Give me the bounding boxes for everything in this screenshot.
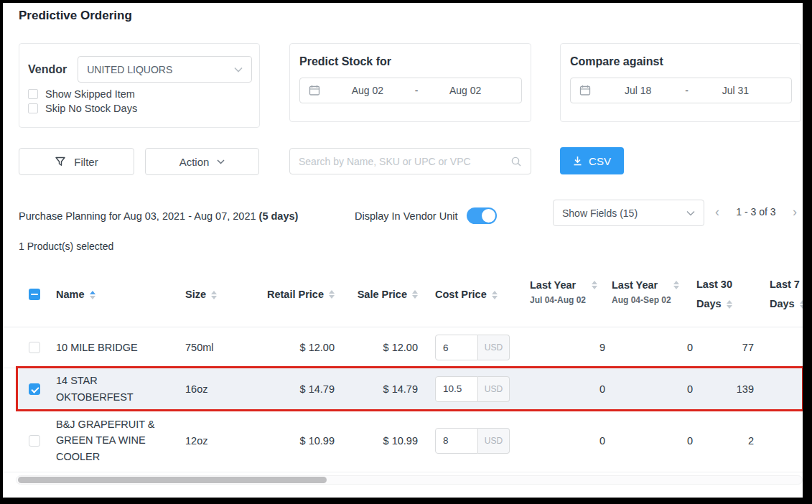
- cost-price-input[interactable]: [435, 428, 478, 454]
- product-size: 16oz: [182, 383, 261, 395]
- last-year-1-value: 0: [524, 435, 609, 447]
- compare-start-date[interactable]: Jul 18: [591, 85, 685, 96]
- sale-price-value: $ 12.00: [335, 342, 418, 353]
- chevron-down-icon: [686, 210, 695, 216]
- name-column-header[interactable]: Name: [50, 289, 182, 300]
- predict-end-date[interactable]: Aug 02: [418, 85, 513, 96]
- last-year-1-column-header[interactable]: Last Year Jul 04-Aug 02: [524, 279, 609, 309]
- predict-stock-title: Predict Stock for: [290, 44, 531, 68]
- vendor-select[interactable]: UNITED LIQUORS: [78, 56, 252, 83]
- pagination-next-button[interactable]: ›: [793, 206, 797, 218]
- last-year-2-value: 0: [609, 383, 696, 395]
- row-checkbox[interactable]: [29, 435, 40, 447]
- product-name: 14 STAR OKTOBERFEST: [56, 373, 165, 405]
- currency-addon: USD: [478, 335, 510, 360]
- size-column-header[interactable]: Size: [182, 289, 261, 300]
- pagination-prev-button[interactable]: ‹: [715, 206, 719, 218]
- filter-button[interactable]: Filter: [19, 148, 134, 175]
- display-in-vendor-unit-label: Display In Vendor Unit: [355, 210, 457, 222]
- header-checkbox-cell: [19, 289, 50, 300]
- sort-icon[interactable]: [592, 281, 597, 289]
- last-30-days-value: 2: [696, 435, 757, 447]
- show-skipped-item-option[interactable]: Show Skipped Item: [19, 88, 259, 100]
- sort-icon[interactable]: [727, 300, 732, 309]
- vendor-select-value: UNITED LIQUORS: [87, 64, 172, 75]
- cost-price-input[interactable]: [435, 335, 478, 360]
- row-checkbox[interactable]: [29, 342, 40, 353]
- table-header-row: Name Size Retail Price Sale Price Cost P…: [3, 261, 803, 327]
- sale-price-value: $ 14.79: [335, 383, 418, 395]
- cost-price-input-group: USD: [435, 376, 524, 402]
- sort-icon[interactable]: [90, 291, 95, 299]
- select-all-checkbox[interactable]: [29, 289, 40, 300]
- vendor-label: Vendor: [28, 63, 67, 76]
- action-button[interactable]: Action: [145, 148, 259, 175]
- predict-stock-panel: Predict Stock for Aug 02 - Aug 02: [289, 43, 531, 122]
- last-7-days-value: -: [757, 383, 803, 395]
- search-input[interactable]: [299, 156, 510, 167]
- sort-icon[interactable]: [492, 291, 498, 299]
- chevron-down-icon: [234, 67, 243, 73]
- sort-icon[interactable]: [673, 281, 679, 289]
- highlighted-row-frame: 14 STAR OKTOBERFEST 16oz $ 14.79 $ 14.79…: [16, 366, 803, 411]
- predictive-ordering-page: Predictive Ordering Vendor UNITED LIQUOR…: [3, 3, 803, 498]
- retail-price-value: $ 10.99: [261, 435, 335, 447]
- predict-start-date[interactable]: Aug 02: [320, 85, 415, 96]
- sort-icon[interactable]: [329, 290, 335, 299]
- cost-price-input-group: USD: [435, 428, 524, 454]
- last-30-days-value: 139: [696, 383, 757, 395]
- last-30-days-value: 77: [696, 342, 757, 353]
- compare-date-range[interactable]: Jul 18 - Jul 31: [570, 78, 792, 103]
- last-year-1-value: 9: [524, 342, 609, 353]
- currency-addon: USD: [478, 428, 510, 454]
- last-year-1-value: 0: [524, 383, 609, 395]
- last-year-2-value: 0: [609, 342, 696, 353]
- last-year-2-value: 0: [609, 435, 696, 447]
- product-name: B&J GRAPEFRUIT & GREEN TEA WINE COOLER: [56, 416, 165, 465]
- skip-no-stock-days-checkbox[interactable]: [28, 103, 38, 113]
- last-year-2-column-header[interactable]: Last Year Aug 04-Sep 02: [609, 279, 696, 309]
- product-size: 750ml: [182, 342, 261, 353]
- sort-icon[interactable]: [800, 300, 803, 309]
- vendor-panel: Vendor UNITED LIQUORS Show Skipped Item …: [19, 43, 260, 128]
- compare-against-panel: Compare against Jul 18 - Jul 31: [560, 43, 801, 122]
- last-7-days-column-header[interactable]: Last 7 Days: [757, 275, 803, 314]
- pagination-range: 1 - 3 of 3: [736, 206, 775, 218]
- calendar-icon: [309, 85, 320, 96]
- cost-price-column-header[interactable]: Cost Price: [418, 289, 524, 300]
- filter-button-label: Filter: [74, 156, 98, 168]
- product-size: 12oz: [182, 435, 261, 447]
- csv-button-label: CSV: [589, 155, 611, 167]
- sale-price-column-header[interactable]: Sale Price: [335, 289, 418, 300]
- show-fields-label: Show Fields (15): [562, 207, 638, 219]
- retail-price-value: $ 12.00: [261, 342, 335, 353]
- toggle-knob: [482, 209, 495, 223]
- purchase-planning-text: Purchase Planning for Aug 03, 2021 - Aug…: [19, 210, 298, 222]
- retail-price-value: $ 14.79: [261, 383, 335, 395]
- product-name: 10 MILE BRIDGE: [56, 340, 165, 355]
- calendar-icon: [579, 85, 591, 96]
- horizontal-scrollbar-track[interactable]: [16, 475, 803, 485]
- retail-price-column-header[interactable]: Retail Price: [261, 289, 335, 300]
- csv-export-button[interactable]: CSV: [560, 147, 624, 174]
- horizontal-scrollbar-thumb[interactable]: [18, 477, 327, 483]
- cost-price-input[interactable]: [435, 376, 478, 402]
- show-fields-dropdown[interactable]: Show Fields (15): [553, 200, 704, 226]
- vendor-unit-toggle[interactable]: [467, 207, 497, 224]
- search-icon[interactable]: [510, 156, 522, 167]
- table-row: 10 MILE BRIDGE 750ml $ 12.00 $ 12.00 USD…: [3, 327, 803, 368]
- show-skipped-item-checkbox[interactable]: [28, 89, 38, 99]
- predict-date-range[interactable]: Aug 02 - Aug 02: [299, 78, 522, 103]
- sort-icon[interactable]: [211, 291, 217, 299]
- skip-no-stock-days-option[interactable]: Skip No Stock Days: [19, 103, 259, 114]
- compare-against-title: Compare against: [561, 44, 801, 68]
- row-checkbox[interactable]: [29, 383, 40, 395]
- funnel-icon: [55, 156, 66, 167]
- compare-end-date[interactable]: Jul 31: [689, 85, 783, 96]
- last-30-days-column-header[interactable]: Last 30 Days: [696, 275, 757, 314]
- chevron-down-icon: [217, 159, 225, 164]
- currency-addon: USD: [478, 376, 510, 402]
- sort-icon[interactable]: [412, 290, 418, 299]
- planning-days-count: (5 days): [259, 210, 299, 222]
- search-box: [289, 148, 531, 174]
